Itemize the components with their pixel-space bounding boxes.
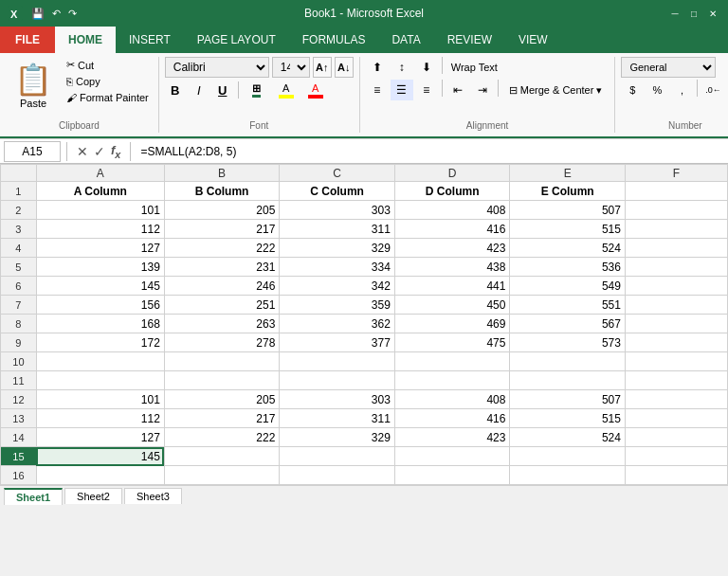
tab-view[interactable]: VIEW xyxy=(505,27,561,53)
table-cell[interactable] xyxy=(625,239,727,258)
table-cell[interactable]: 515 xyxy=(510,409,626,428)
table-cell[interactable]: 524 xyxy=(510,239,626,258)
tab-formulas[interactable]: FORMULAS xyxy=(289,27,379,53)
table-cell[interactable]: 359 xyxy=(280,296,395,315)
cut-button[interactable]: ✂ Cut xyxy=(63,57,153,73)
decrease-font-button[interactable]: A↓ xyxy=(335,57,354,78)
table-cell[interactable]: 205 xyxy=(164,390,280,409)
col-header-f[interactable]: F xyxy=(625,165,727,182)
table-cell[interactable]: 329 xyxy=(280,239,395,258)
table-cell[interactable]: 156 xyxy=(36,296,164,315)
table-cell[interactable]: 536 xyxy=(510,258,626,277)
table-cell[interactable] xyxy=(625,371,727,390)
align-middle-button[interactable]: ↕ xyxy=(391,57,413,78)
table-cell[interactable] xyxy=(625,258,727,277)
table-cell[interactable] xyxy=(394,352,510,371)
table-cell[interactable]: 438 xyxy=(394,258,510,277)
increase-indent-button[interactable]: ⇥ xyxy=(471,80,494,100)
currency-button[interactable]: $ xyxy=(621,80,644,100)
table-cell[interactable] xyxy=(625,220,727,239)
table-cell[interactable] xyxy=(280,371,395,390)
table-cell[interactable]: 139 xyxy=(36,258,164,277)
table-cell[interactable]: 145 xyxy=(36,277,164,296)
table-cell[interactable] xyxy=(625,466,727,485)
table-cell[interactable]: 112 xyxy=(36,409,164,428)
table-cell[interactable] xyxy=(625,390,727,409)
font-size-select[interactable]: 14 xyxy=(272,57,310,78)
table-cell[interactable]: 222 xyxy=(164,428,280,447)
table-cell[interactable] xyxy=(36,352,164,371)
increase-font-button[interactable]: A↑ xyxy=(313,57,332,78)
table-cell[interactable]: 329 xyxy=(280,428,395,447)
table-cell[interactable] xyxy=(625,201,727,220)
table-cell[interactable] xyxy=(394,447,510,466)
table-cell[interactable] xyxy=(36,371,164,390)
confirm-formula-icon[interactable]: ✓ xyxy=(94,144,105,159)
table-cell[interactable]: 549 xyxy=(510,277,626,296)
decrease-indent-button[interactable]: ⇤ xyxy=(446,80,469,100)
paste-button[interactable]: 📋 Paste xyxy=(6,57,61,114)
cell-reference-input[interactable] xyxy=(4,141,61,162)
table-cell[interactable]: 469 xyxy=(394,315,510,333)
sheet-tab-3[interactable]: Sheet3 xyxy=(124,488,182,504)
table-cell[interactable] xyxy=(164,447,280,466)
table-cell[interactable]: 246 xyxy=(164,277,280,296)
col-header-c[interactable]: C xyxy=(280,165,395,182)
border-color-button[interactable]: ⊞ xyxy=(244,80,270,100)
col-header-b[interactable]: B xyxy=(164,165,280,182)
number-format-select[interactable]: General xyxy=(621,57,716,78)
table-cell[interactable] xyxy=(510,466,626,485)
table-cell[interactable]: 573 xyxy=(510,333,626,352)
table-cell[interactable] xyxy=(164,466,280,485)
tab-review[interactable]: REVIEW xyxy=(434,27,505,53)
formula-input[interactable] xyxy=(136,141,724,162)
table-cell[interactable] xyxy=(625,352,727,371)
tab-page-layout[interactable]: PAGE LAYOUT xyxy=(184,27,289,53)
cancel-formula-icon[interactable]: ✕ xyxy=(77,144,88,159)
align-center-button[interactable]: ☰ xyxy=(391,80,413,100)
table-cell[interactable]: 567 xyxy=(510,315,626,333)
italic-button[interactable]: I xyxy=(189,80,209,100)
merge-center-button[interactable]: ⊟ Merge & Center ▾ xyxy=(502,80,610,100)
comma-button[interactable]: , xyxy=(670,80,693,100)
table-cell[interactable]: 334 xyxy=(280,258,395,277)
table-cell[interactable] xyxy=(625,447,727,466)
table-cell[interactable]: 423 xyxy=(394,239,510,258)
save-qat-button[interactable]: 💾 xyxy=(28,6,47,22)
table-cell[interactable] xyxy=(280,466,395,485)
col-header-e[interactable]: E xyxy=(510,165,626,182)
table-cell[interactable] xyxy=(164,371,280,390)
table-cell[interactable]: B Column xyxy=(164,182,280,201)
table-cell[interactable]: 423 xyxy=(394,428,510,447)
format-painter-button[interactable]: 🖌 Format Painter xyxy=(63,90,153,105)
table-cell[interactable]: 377 xyxy=(280,333,395,352)
font-family-select[interactable]: Calibri xyxy=(165,57,269,78)
table-cell[interactable]: A Column xyxy=(36,182,164,201)
table-cell[interactable]: 205 xyxy=(164,201,280,220)
table-cell[interactable]: 222 xyxy=(164,239,280,258)
table-cell[interactable] xyxy=(625,277,727,296)
table-cell[interactable]: C Column xyxy=(280,182,395,201)
align-top-button[interactable]: ⬆ xyxy=(366,57,389,78)
table-cell[interactable]: 172 xyxy=(36,333,164,352)
table-cell[interactable]: 408 xyxy=(394,201,510,220)
table-cell[interactable]: 303 xyxy=(280,201,395,220)
undo-qat-button[interactable]: ↶ xyxy=(49,6,64,22)
table-cell[interactable]: 217 xyxy=(164,220,280,239)
table-cell[interactable]: E Column xyxy=(510,182,626,201)
insert-function-icon[interactable]: fx xyxy=(111,143,120,160)
table-cell[interactable]: 263 xyxy=(164,315,280,333)
table-cell[interactable] xyxy=(510,352,626,371)
align-bottom-button[interactable]: ⬇ xyxy=(415,57,438,78)
table-cell[interactable] xyxy=(394,466,510,485)
underline-button[interactable]: U xyxy=(212,80,233,100)
sheet-tab-1[interactable]: Sheet1 xyxy=(4,488,63,505)
align-left-button[interactable]: ≡ xyxy=(366,80,389,100)
table-cell[interactable]: 416 xyxy=(394,220,510,239)
table-cell[interactable]: 524 xyxy=(510,428,626,447)
table-cell[interactable] xyxy=(280,352,395,371)
wrap-text-button[interactable]: Wrap Text xyxy=(446,57,502,78)
table-cell[interactable] xyxy=(510,447,626,466)
table-cell[interactable]: 551 xyxy=(510,296,626,315)
bold-button[interactable]: B xyxy=(165,80,186,100)
